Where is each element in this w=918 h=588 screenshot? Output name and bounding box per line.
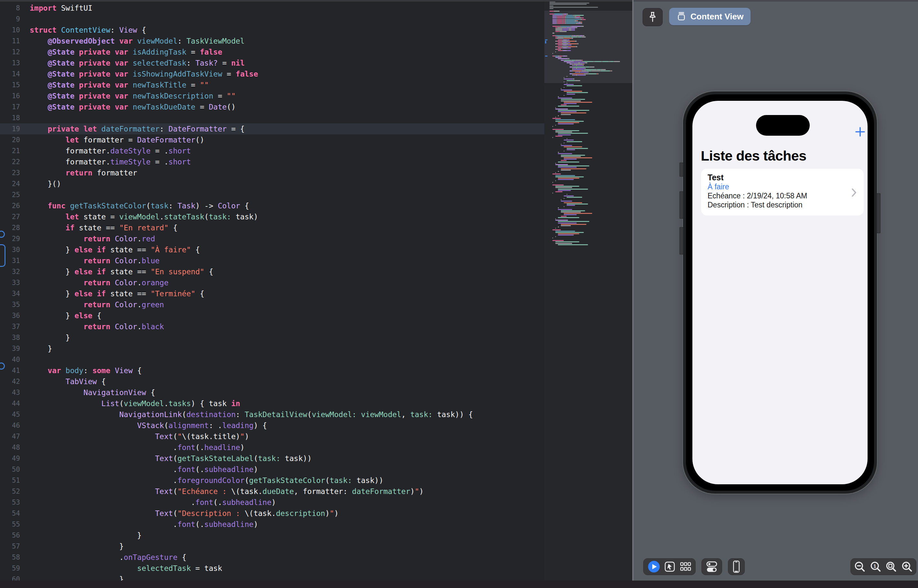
- code-line-39[interactable]: 39 }: [0, 343, 544, 354]
- code-line-52[interactable]: 52 Text("Echéance : \(task.dueDate, form…: [0, 486, 544, 497]
- line-number[interactable]: 36: [0, 310, 20, 321]
- code-line-33[interactable]: 33 return Color.orange: [0, 277, 544, 288]
- line-number[interactable]: 10: [0, 24, 20, 36]
- zoom-to-fit-button[interactable]: [885, 560, 898, 573]
- line-number[interactable]: 56: [0, 530, 20, 541]
- source-editor[interactable]: 8import SwiftUI910struct ContentView: Vi…: [0, 0, 544, 588]
- line-number[interactable]: 27: [0, 211, 20, 222]
- code-line-26[interactable]: 26 func getTaskStateColor(task: Task) ->…: [0, 200, 544, 211]
- code-line-25[interactable]: 25: [0, 189, 544, 200]
- code-line-43[interactable]: 43 NavigationView {: [0, 387, 544, 398]
- line-number[interactable]: 44: [0, 398, 20, 409]
- task-list-row[interactable]: Test À faire Echéance : 2/19/24, 10:58 A…: [701, 169, 864, 215]
- line-number[interactable]: 48: [0, 442, 20, 453]
- code-line-10[interactable]: 10struct ContentView: View {: [0, 24, 544, 36]
- code-line-58[interactable]: 58 .onTapGesture {: [0, 552, 544, 563]
- line-number[interactable]: 49: [0, 453, 20, 464]
- line-number[interactable]: 34: [0, 288, 20, 299]
- line-number[interactable]: 37: [0, 321, 20, 332]
- code-line-36[interactable]: 36 } else {: [0, 310, 544, 321]
- line-number[interactable]: 26: [0, 200, 20, 211]
- zoom-in-button[interactable]: [900, 560, 913, 573]
- preview-tab-content-view[interactable]: Content View: [669, 8, 751, 25]
- code-line-53[interactable]: 53 .font(.subheadline): [0, 497, 544, 508]
- code-line-48[interactable]: 48 .font(.headline): [0, 442, 544, 453]
- change-marker-bar[interactable]: [0, 244, 5, 267]
- code-line-9[interactable]: 9: [0, 14, 544, 24]
- line-number[interactable]: 51: [0, 475, 20, 486]
- code-line-50[interactable]: 50 .font(.subheadline): [0, 464, 544, 475]
- line-number[interactable]: 12: [0, 47, 20, 58]
- line-number[interactable]: 57: [0, 541, 20, 552]
- code-line-44[interactable]: 44 List(viewModel.tasks) { task in: [0, 398, 544, 409]
- line-number[interactable]: 13: [0, 58, 20, 68]
- line-number[interactable]: 45: [0, 409, 20, 420]
- code-line-8[interactable]: 8import SwiftUI: [0, 3, 544, 14]
- code-line-18[interactable]: 18: [0, 112, 544, 123]
- line-number[interactable]: 17: [0, 102, 20, 112]
- line-number[interactable]: 43: [0, 387, 20, 398]
- code-line-15[interactable]: 15 @State private var newTaskTitle = "": [0, 79, 544, 90]
- line-number[interactable]: 47: [0, 431, 20, 442]
- line-number[interactable]: 19: [0, 123, 20, 134]
- line-number[interactable]: 21: [0, 145, 20, 157]
- code-line-42[interactable]: 42 TabView {: [0, 376, 544, 387]
- zoom-out-button[interactable]: [853, 560, 866, 573]
- code-line-17[interactable]: 17 @State private var newTaskDueDate = D…: [0, 102, 544, 112]
- code-line-29[interactable]: 29 return Color.red: [0, 233, 544, 244]
- line-number[interactable]: 8: [0, 3, 20, 14]
- preview-on-device-button[interactable]: [728, 558, 745, 575]
- code-line-24[interactable]: 24 }(): [0, 178, 544, 189]
- add-task-button[interactable]: [853, 125, 867, 139]
- code-line-45[interactable]: 45 NavigationLink(destination: TaskDetai…: [0, 409, 544, 420]
- line-number[interactable]: 55: [0, 519, 20, 530]
- code-line-11[interactable]: 11 @ObservedObject var viewModel: TaskVi…: [0, 36, 544, 47]
- line-number[interactable]: 39: [0, 343, 20, 354]
- code-line-14[interactable]: 14 @State private var isShowingAddTaskVi…: [0, 68, 544, 79]
- zoom-actual-size-button[interactable]: 1: [869, 560, 882, 573]
- code-line-23[interactable]: 23 return formatter: [0, 167, 544, 178]
- code-line-41[interactable]: 41 var body: some View {: [0, 365, 544, 376]
- variants-mode-button[interactable]: [680, 561, 692, 573]
- line-number[interactable]: 58: [0, 552, 20, 563]
- code-line-47[interactable]: 47 Text("\(task.title)"): [0, 431, 544, 442]
- code-line-30[interactable]: 30 } else if state == "À faire" {: [0, 244, 544, 255]
- line-number[interactable]: 24: [0, 178, 20, 189]
- code-line-32[interactable]: 32 } else if state == "En suspend" {: [0, 266, 544, 277]
- code-line-27[interactable]: 27 let state = viewModel.stateTask(task:…: [0, 211, 544, 222]
- code-line-31[interactable]: 31 return Color.blue: [0, 255, 544, 266]
- line-number[interactable]: 16: [0, 90, 20, 102]
- pin-preview-button[interactable]: [643, 8, 663, 26]
- code-line-22[interactable]: 22 formatter.timeStyle = .short: [0, 157, 544, 167]
- code-line-57[interactable]: 57 }: [0, 541, 544, 552]
- line-number[interactable]: 32: [0, 266, 20, 277]
- editor-minimap[interactable]: [544, 0, 632, 588]
- line-number[interactable]: 33: [0, 277, 20, 288]
- code-line-38[interactable]: 38 }: [0, 332, 544, 343]
- code-line-59[interactable]: 59 selectedTask = task: [0, 563, 544, 574]
- line-number[interactable]: 52: [0, 486, 20, 497]
- line-number[interactable]: 59: [0, 563, 20, 574]
- line-number[interactable]: 38: [0, 332, 20, 343]
- line-number[interactable]: 14: [0, 68, 20, 79]
- line-number[interactable]: 11: [0, 36, 20, 47]
- code-line-34[interactable]: 34 } else if state == "Terminée" {: [0, 288, 544, 299]
- live-preview-play-button[interactable]: [648, 560, 661, 573]
- code-line-37[interactable]: 37 return Color.black: [0, 321, 544, 332]
- code-line-49[interactable]: 49 Text(getTaskStateLabel(task: task)): [0, 453, 544, 464]
- code-line-12[interactable]: 12 @State private var isAddingTask = fal…: [0, 47, 544, 58]
- line-number[interactable]: 42: [0, 376, 20, 387]
- code-line-20[interactable]: 20 let formatter = DateFormatter(): [0, 134, 544, 145]
- code-line-21[interactable]: 21 formatter.dateStyle = .short: [0, 145, 544, 157]
- line-number[interactable]: 20: [0, 134, 20, 145]
- line-number[interactable]: 25: [0, 189, 20, 200]
- line-number[interactable]: 22: [0, 157, 20, 167]
- code-line-56[interactable]: 56 }: [0, 530, 544, 541]
- code-line-16[interactable]: 16 @State private var newTaskDescription…: [0, 90, 544, 102]
- code-line-35[interactable]: 35 return Color.green: [0, 299, 544, 310]
- line-number[interactable]: 15: [0, 79, 20, 90]
- code-line-19[interactable]: 19 private let dateFormatter: DateFormat…: [0, 123, 544, 134]
- code-line-13[interactable]: 13 @State private var selectedTask: Task…: [0, 58, 544, 68]
- selectable-mode-button[interactable]: [664, 561, 675, 572]
- device-settings-button[interactable]: [701, 558, 722, 575]
